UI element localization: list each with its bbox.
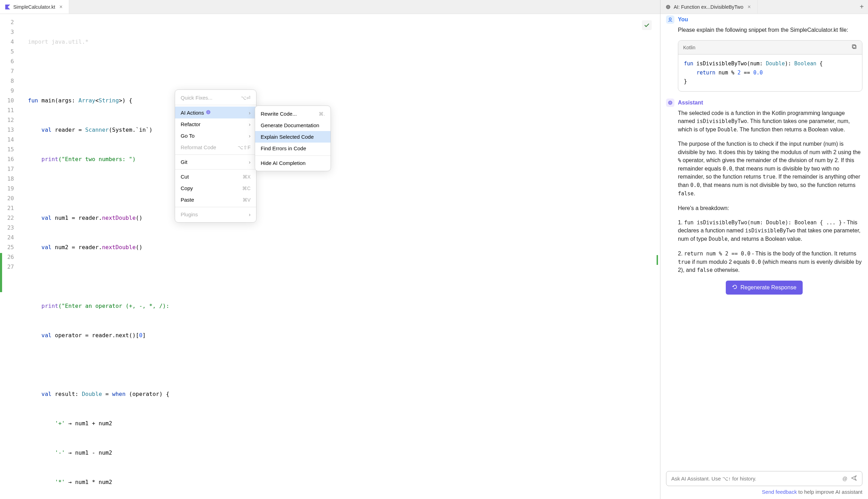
menu-reformat[interactable]: Reformat Code ⌥⇧F xyxy=(175,142,256,153)
menu-shortcut: ⌘C xyxy=(242,186,251,191)
submenu-docs[interactable]: Generate Documentation xyxy=(255,120,331,131)
tab-file-label: SimpleCalculator.kt xyxy=(13,4,55,10)
assistant-message-header: Assistant xyxy=(666,99,862,107)
refresh-icon xyxy=(732,284,738,291)
code-area[interactable]: import java.util.* fun main(args: Array<… xyxy=(22,14,660,499)
menu-label: AI Actions xyxy=(181,110,204,116)
menu-label: Cut xyxy=(181,174,189,180)
menu-copy[interactable]: Copy ⌘C xyxy=(175,182,256,194)
copy-icon[interactable] xyxy=(852,44,857,51)
assistant-avatar-icon xyxy=(666,99,674,107)
regenerate-label: Regenerate Response xyxy=(740,284,796,291)
editor-panel: SimpleCalculator.kt × 2 3 4 5 6 7 8 9 10… xyxy=(0,0,660,499)
menu-shortcut: ⌘X xyxy=(243,174,251,180)
menu-label: Find Errors in Code xyxy=(261,145,306,151)
menu-label: Generate Documentation xyxy=(261,122,319,128)
ai-actions-submenu: Rewrite Code... ⌘. Generate Documentatio… xyxy=(255,106,331,171)
menu-shortcut: ⌥⏎ xyxy=(241,95,251,101)
svg-point-1 xyxy=(207,111,209,113)
close-icon[interactable]: × xyxy=(746,4,752,10)
menu-cut[interactable]: Cut ⌘X xyxy=(175,171,256,182)
tab-ai-chat[interactable]: AI: Function ex...DivisibleByTwo × xyxy=(660,0,758,14)
regenerate-button[interactable]: Regenerate Response xyxy=(726,281,803,295)
user-message-header: You xyxy=(666,15,862,24)
chevron-right-icon: › xyxy=(249,110,251,116)
menu-label: Paste xyxy=(181,197,194,203)
tab-ai-label: AI: Function ex...DivisibleByTwo xyxy=(674,4,743,10)
feedback-link[interactable]: Send feedback xyxy=(762,489,797,495)
code-snippet-block: Kotlin fun isDivisibleByTwo(num: Double)… xyxy=(678,40,862,92)
close-icon[interactable]: × xyxy=(58,4,64,10)
svg-point-7 xyxy=(668,101,672,104)
submenu-hide[interactable]: Hide AI Completion xyxy=(255,157,331,169)
menu-refactor[interactable]: Refactor › xyxy=(175,118,256,130)
ai-spiral-icon xyxy=(205,109,211,115)
add-tab-button[interactable]: + xyxy=(860,3,864,11)
user-avatar-icon xyxy=(666,15,674,24)
menu-label: Rewrite Code... xyxy=(261,111,297,117)
menu-shortcut: ⌘V xyxy=(243,197,251,203)
ai-spiral-icon xyxy=(665,4,671,10)
menu-plugins[interactable]: Plugins › xyxy=(175,209,256,220)
menu-label: Hide AI Completion xyxy=(261,160,305,166)
ai-chat-body: You Please explain the following snippet… xyxy=(660,14,868,471)
menu-label: Copy xyxy=(181,185,193,191)
send-icon[interactable] xyxy=(851,475,857,482)
menu-quick-fixes[interactable]: Quick Fixes... ⌥⏎ xyxy=(175,92,256,103)
editor-tab-bar: SimpleCalculator.kt × xyxy=(0,0,660,14)
menu-ai-actions[interactable]: AI Actions › xyxy=(175,107,256,118)
menu-label: Reformat Code xyxy=(181,144,216,150)
gutter: 2 3 4 5 6 7 8 9 10 11 12 13 14 15 16 17 … xyxy=(0,14,22,499)
code-snippet-body: fun isDivisibleByTwo(num: Double): Boole… xyxy=(678,55,862,91)
ai-tab-bar: AI: Function ex...DivisibleByTwo × + xyxy=(660,0,868,14)
footer: Send feedback to help improve AI assista… xyxy=(660,489,868,499)
svg-point-0 xyxy=(207,110,210,114)
menu-label: Plugins xyxy=(181,211,198,217)
context-menu: Quick Fixes... ⌥⏎ AI Actions › Refactor … xyxy=(175,89,256,223)
ai-panel: AI: Function ex...DivisibleByTwo × + You… xyxy=(660,0,868,499)
submenu-errors[interactable]: Find Errors in Code xyxy=(255,143,331,154)
menu-label: Refactor xyxy=(181,121,201,127)
scrollbar-marker xyxy=(657,255,658,265)
menu-label: Git xyxy=(181,159,187,165)
chat-input[interactable] xyxy=(671,476,839,482)
svg-point-2 xyxy=(666,5,670,9)
footer-text: to help improve AI assistant xyxy=(797,489,862,495)
menu-label: Quick Fixes... xyxy=(181,95,212,101)
check-icon[interactable] xyxy=(642,20,652,30)
menu-goto[interactable]: Go To › xyxy=(175,130,256,142)
user-message-text: Please explain the following snippet fro… xyxy=(678,26,862,34)
submenu-explain[interactable]: Explain Selected Code xyxy=(255,131,331,143)
code-snippet-lang: Kotlin xyxy=(683,45,695,50)
menu-git[interactable]: Git › xyxy=(175,156,256,168)
user-name: You xyxy=(678,16,688,23)
code-snippet-header: Kotlin xyxy=(678,41,862,55)
svg-point-4 xyxy=(669,18,671,20)
tab-file[interactable]: SimpleCalculator.kt × xyxy=(0,0,69,14)
at-icon[interactable]: @ xyxy=(842,476,847,482)
submenu-rewrite[interactable]: Rewrite Code... ⌘. xyxy=(255,108,331,120)
chevron-right-icon: › xyxy=(249,211,251,217)
menu-shortcut: ⌥⇧F xyxy=(238,145,251,150)
svg-point-8 xyxy=(670,102,671,103)
code-line: import java.util.* xyxy=(28,37,660,47)
menu-shortcut: ⌘. xyxy=(319,111,325,117)
assistant-name: Assistant xyxy=(678,100,703,106)
menu-label: Explain Selected Code xyxy=(261,134,314,140)
editor-body: 2 3 4 5 6 7 8 9 10 11 12 13 14 15 16 17 … xyxy=(0,14,660,499)
svg-point-3 xyxy=(667,6,669,8)
menu-paste[interactable]: Paste ⌘V xyxy=(175,194,256,205)
chevron-right-icon: › xyxy=(249,159,251,165)
chevron-right-icon: › xyxy=(249,133,251,139)
menu-label: Go To xyxy=(181,133,195,139)
chat-input-row: @ xyxy=(666,471,862,486)
chevron-right-icon: › xyxy=(249,121,251,127)
change-marker xyxy=(0,253,2,292)
assistant-message-text: The selected code is a function in the K… xyxy=(678,109,862,275)
kotlin-file-icon xyxy=(5,4,10,10)
